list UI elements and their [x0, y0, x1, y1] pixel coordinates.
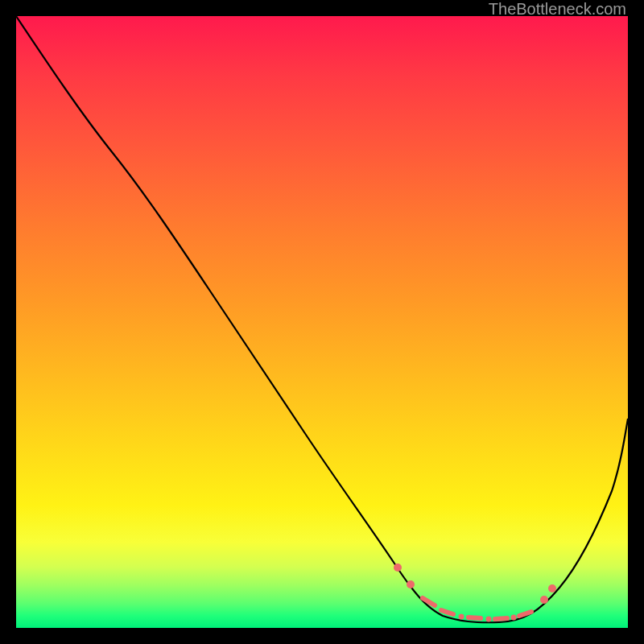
marker-dot [407, 580, 415, 588]
markers-group [394, 564, 556, 622]
marker-dot [459, 614, 464, 620]
watermark-text: TheBottleneck.com [489, 0, 626, 19]
marker-dot [394, 564, 402, 572]
marker-dot [540, 596, 548, 604]
marker-dot [548, 584, 556, 592]
marker-dash [469, 617, 481, 618]
chart-frame: TheBottleneck.com [0, 0, 644, 644]
marker-dot [486, 617, 492, 622]
bottleneck-curve [16, 16, 628, 622]
marker-dash [495, 618, 507, 619]
marker-dash [441, 610, 453, 614]
marker-dot [511, 615, 517, 621]
chart-plot-area [16, 16, 628, 628]
bottleneck-curve-svg [16, 16, 628, 628]
marker-dash [423, 598, 435, 605]
